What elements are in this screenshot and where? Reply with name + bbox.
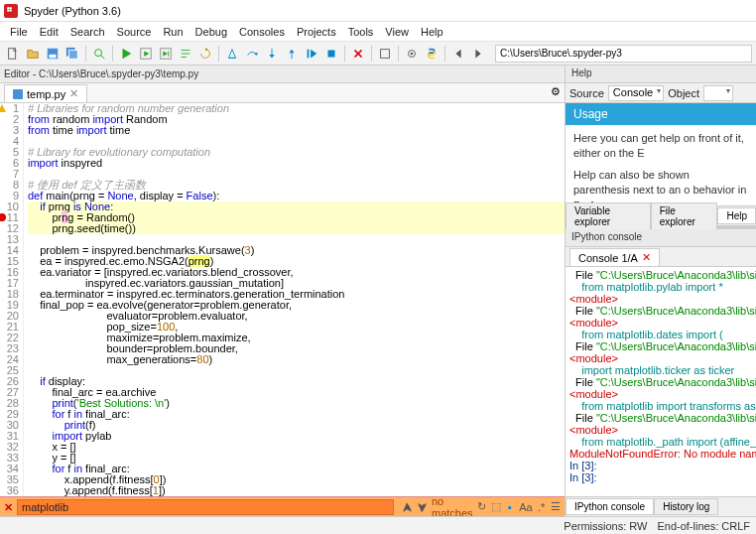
back-button[interactable] (449, 45, 467, 63)
save-button[interactable] (44, 45, 62, 63)
console-line: <module> (569, 293, 752, 305)
terminate-button[interactable] (349, 45, 367, 63)
main-toolbar (0, 42, 756, 66)
working-dir (495, 45, 752, 63)
run-cell-advance-button[interactable] (157, 45, 175, 63)
new-file-button[interactable] (4, 45, 22, 63)
code-line[interactable]: max_generations=80) (28, 354, 565, 365)
pythonpath-button[interactable] (423, 45, 441, 63)
console-title: IPython console (566, 229, 756, 247)
menu-help[interactable]: Help (415, 24, 449, 40)
find-regex-button[interactable]: .* (537, 500, 547, 514)
svg-marker-16 (205, 47, 208, 51)
find-list-icon[interactable]: ☰ (551, 500, 561, 514)
menu-edit[interactable]: Edit (34, 24, 64, 40)
console-line: from matplotlib.pylab import * (569, 281, 752, 293)
separator (444, 46, 445, 62)
tab-temp-py[interactable]: temp.py ✕ (4, 84, 87, 102)
ipython-console[interactable]: File "C:\Users\Bruce\Anaconda3\lib\site … (566, 267, 756, 496)
find-input[interactable] (17, 499, 394, 515)
line-number[interactable]: 11 (0, 212, 19, 223)
step-out-button[interactable] (283, 45, 301, 63)
tab-file-explorer[interactable]: File explorer (651, 202, 718, 230)
code-line[interactable] (28, 365, 565, 376)
menu-projects[interactable]: Projects (291, 24, 342, 40)
help-source-combo[interactable]: Console (608, 85, 664, 101)
svg-marker-17 (229, 49, 236, 58)
code-line[interactable]: from time import time (28, 125, 565, 136)
code-line[interactable]: import inspyred (28, 158, 565, 169)
help-content: Usage Here you can get help on front of … (566, 103, 756, 205)
help-object-combo[interactable] (703, 85, 733, 101)
tab-variable-explorer[interactable]: Variable explorer (566, 202, 651, 230)
close-find-icon[interactable]: ✕ (4, 501, 13, 513)
separator (218, 46, 219, 62)
forward-button[interactable] (469, 45, 487, 63)
debug-button[interactable] (223, 45, 241, 63)
svg-marker-9 (144, 51, 149, 56)
help-pane: Help Source Console Object Usage Here yo… (566, 66, 756, 229)
tab-console-1a[interactable]: Console 1/A ✕ (569, 248, 660, 266)
console-line: from matplotlib import transforms as (569, 400, 752, 412)
max-pane-button[interactable] (376, 45, 394, 63)
working-dir-input[interactable] (495, 45, 752, 63)
code-line[interactable]: import pylab (28, 431, 565, 442)
rerun-button[interactable] (196, 45, 214, 63)
tab-help[interactable]: Help (717, 207, 756, 224)
editor-tabs: temp.py ✕ ⚙ (0, 83, 565, 103)
window-titlebar: Spyder (Python 3.6) (0, 0, 756, 22)
continue-button[interactable] (303, 45, 320, 63)
find-loop-icon[interactable]: ↻ (477, 500, 487, 514)
console-line: File "C:\Users\Bruce\Anaconda3\lib\site (569, 305, 752, 317)
tab-options-icon[interactable]: ⚙ (551, 85, 561, 98)
tab-ipython-console[interactable]: IPython console (566, 498, 654, 515)
console-line: File "C:\Users\Bruce\Anaconda3\lib\site (569, 376, 752, 388)
svg-point-31 (411, 52, 414, 55)
console-tab-label: Console 1/A (578, 252, 638, 264)
python-file-icon (13, 89, 23, 99)
tab-history-log[interactable]: History log (654, 498, 718, 515)
step-over-button[interactable] (243, 45, 261, 63)
tab-label: temp.py (27, 88, 65, 100)
run-cell-button[interactable] (137, 45, 155, 63)
svg-marker-25 (311, 49, 316, 58)
svg-rect-0 (9, 48, 16, 59)
code-line[interactable]: prng.seed(time()) (28, 223, 565, 234)
find-highlight-icon[interactable]: ▪ (505, 500, 515, 514)
code-line[interactable]: for f in final_arc: (28, 409, 565, 420)
run-selection-button[interactable] (177, 45, 194, 63)
menu-consoles[interactable]: Consoles (233, 24, 291, 40)
menu-debug[interactable]: Debug (189, 24, 233, 40)
code-line[interactable]: # Library for evolutionary computation (28, 147, 565, 158)
help-toolbar: Source Console Object (566, 83, 756, 103)
status-eol: End-of-lines: CRLF (657, 520, 750, 532)
step-into-button[interactable] (263, 45, 281, 63)
open-file-button[interactable] (24, 45, 42, 63)
find-wholeword-icon[interactable]: ⬚ (491, 500, 501, 514)
menu-file[interactable]: File (4, 24, 34, 40)
menu-view[interactable]: View (379, 24, 415, 40)
separator (85, 46, 86, 62)
search-button[interactable] (90, 45, 108, 63)
svg-marker-7 (123, 48, 132, 59)
stop-debug-button[interactable] (322, 45, 340, 63)
find-case-button[interactable]: Aa (519, 500, 532, 514)
code-editor[interactable]: 1234567891011121314151617181920212223242… (0, 103, 565, 496)
menu-source[interactable]: Source (111, 24, 158, 40)
save-all-button[interactable] (63, 45, 81, 63)
menu-run[interactable]: Run (157, 24, 189, 40)
console-line: <module> (569, 388, 752, 400)
spyder-icon (4, 4, 18, 18)
find-prev-button[interactable]: ⮝ (402, 500, 413, 514)
close-console-icon[interactable]: ✕ (642, 251, 651, 264)
find-next-button[interactable]: ⮟ (417, 500, 428, 514)
close-tab-icon[interactable]: ✕ (69, 87, 78, 100)
svg-rect-26 (328, 50, 335, 57)
console-line: from matplotlib.dates import ( (569, 329, 752, 340)
menu-tools[interactable]: Tools (342, 24, 380, 40)
code-line[interactable]: x = [] (28, 442, 565, 453)
code-area[interactable]: # Libraries for random number generation… (24, 103, 565, 496)
menu-search[interactable]: Search (64, 24, 111, 40)
run-button[interactable] (117, 45, 135, 63)
preferences-button[interactable] (403, 45, 421, 63)
